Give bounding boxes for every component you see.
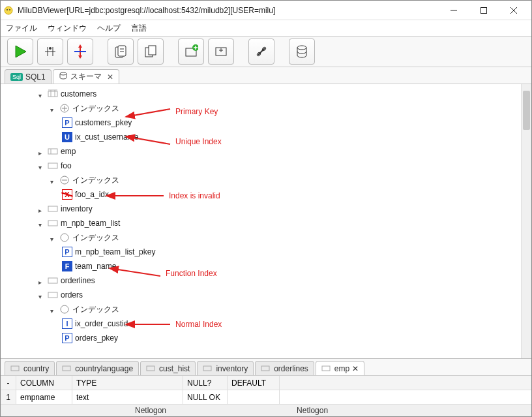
grid-header-null[interactable]: NULL?: [183, 376, 228, 390]
index-group-icon: [59, 175, 70, 185]
expander-icon[interactable]: [50, 306, 57, 313]
grid-header-default[interactable]: DEFAULT: [228, 376, 280, 390]
expander-icon[interactable]: [38, 148, 45, 155]
tree-label: m_npb_team_list_pkey: [75, 247, 155, 256]
menubar: ファイル ウィンドウ ヘルプ 言語: [1, 20, 531, 36]
new-tab-button[interactable]: [178, 39, 204, 65]
copy-sql-button[interactable]: [108, 39, 134, 65]
tree-label: customers_pkey: [75, 118, 132, 127]
tree-node-m-npb-indexes[interactable]: インデックス: [50, 230, 531, 245]
svg-rect-59: [203, 366, 211, 371]
invalid-index-icon: X: [62, 189, 72, 200]
expander-icon[interactable]: [38, 292, 45, 298]
tree-label: customers: [61, 89, 96, 99]
grid-header-column[interactable]: COLUMN: [16, 376, 72, 390]
btab-orderlines[interactable]: orderlines: [255, 361, 314, 375]
btab-country[interactable]: country: [5, 361, 55, 375]
normal-index-icon: I: [62, 318, 72, 329]
tab-schema-label: スキーマ: [70, 71, 102, 82]
grid-header-type[interactable]: TYPE: [72, 376, 183, 390]
tree-label: インデックス: [72, 175, 119, 186]
table-icon: [321, 364, 332, 373]
svg-rect-21: [149, 46, 156, 55]
btab-emp[interactable]: emp✕: [316, 361, 364, 375]
tree-node-customers-indexes[interactable]: インデックス: [50, 101, 531, 116]
expander-icon[interactable]: [50, 234, 57, 241]
tree-label: インデックス: [72, 103, 119, 114]
tree-node-customers-pkey[interactable]: P customers_pkey: [62, 116, 531, 130]
svg-marker-15: [78, 55, 82, 59]
menu-file[interactable]: ファイル: [6, 23, 37, 34]
btab-cust-hist[interactable]: cust_hist: [140, 361, 196, 375]
app-icon: [3, 5, 14, 16]
tree-label: foo_a_idx: [75, 190, 109, 199]
schema-tree[interactable]: customers インデックス P customers_pkey U ix_c…: [1, 84, 531, 358]
minimize-button[interactable]: [439, 1, 469, 20]
grid-corner: -: [1, 376, 16, 390]
tree-node-team-name[interactable]: F team_name: [62, 259, 531, 273]
grid-header-row: - COLUMN TYPE NULL? DEFAULT: [1, 376, 531, 390]
tab-schema[interactable]: スキーマ ✕: [53, 69, 119, 84]
close-button[interactable]: [499, 1, 529, 20]
tree-node-foo-indexes[interactable]: インデックス: [50, 173, 531, 187]
tree-node-m-npb-pkey[interactable]: P m_npb_team_list_pkey: [62, 245, 531, 259]
expander-icon[interactable]: [38, 162, 45, 169]
connect-button[interactable]: [248, 39, 274, 65]
tree-node-foo[interactable]: foo: [38, 159, 531, 173]
expander-icon[interactable]: [50, 177, 57, 183]
svg-rect-60: [261, 366, 269, 371]
expander-icon[interactable]: [38, 220, 45, 226]
grid-row[interactable]: 1 empname text NULL OK: [1, 390, 531, 405]
svg-point-50: [61, 305, 68, 313]
window-titlebar: MiluDBViewer[URL=jdbc:postgresql://local…: [1, 1, 531, 20]
tree-node-customers[interactable]: customers: [38, 87, 531, 101]
unique-index-icon: U: [62, 132, 72, 142]
copy-button[interactable]: [138, 39, 164, 65]
grid-cell-column: empname: [16, 390, 72, 404]
explain-button[interactable]: [37, 39, 63, 65]
column-grid: - COLUMN TYPE NULL? DEFAULT 1 empname te…: [1, 376, 531, 405]
menu-window[interactable]: ウィンドウ: [48, 23, 87, 34]
database-button[interactable]: [289, 39, 315, 65]
tree-node-m-npb-team-list[interactable]: m_npb_team_list: [38, 216, 531, 230]
tree-node-orders-pkey[interactable]: P orders_pkey: [62, 331, 531, 345]
btab-countrylanguage[interactable]: countrylanguage: [56, 361, 139, 375]
table-icon: [146, 364, 156, 373]
tree-label: foo: [61, 161, 72, 170]
run-button[interactable]: [7, 39, 33, 65]
svg-point-2: [9, 9, 10, 10]
expander-icon[interactable]: [38, 206, 45, 212]
expander-icon[interactable]: [38, 277, 45, 284]
svg-rect-56: [11, 366, 19, 371]
menu-help[interactable]: ヘルプ: [97, 23, 121, 34]
add-pane-button[interactable]: [208, 39, 234, 65]
function-index-icon: F: [62, 261, 72, 271]
tree-node-ix-order-custid[interactable]: I ix_order_custid: [62, 317, 531, 331]
expander-icon[interactable]: [50, 105, 57, 112]
tree-node-orders[interactable]: orders: [38, 288, 531, 302]
maximize-button[interactable]: [469, 1, 499, 20]
tree-node-orders-indexes[interactable]: インデックス: [50, 302, 531, 317]
grid-rownum: 1: [1, 390, 16, 404]
close-icon[interactable]: ✕: [107, 72, 113, 82]
grid-cell-null: NULL OK: [183, 390, 228, 404]
primary-key-icon: P: [62, 117, 72, 128]
tree-node-foo-a-idx[interactable]: X foo_a_idx: [62, 187, 531, 202]
btab-inventory[interactable]: inventory: [197, 361, 254, 375]
tree-label: m_npb_team_list: [61, 219, 120, 228]
tree-node-orderlines[interactable]: orderlines: [38, 273, 531, 288]
tree-node-emp[interactable]: emp: [38, 144, 531, 159]
btab-label: countrylanguage: [75, 364, 133, 373]
tree-node-ix-cust-username[interactable]: U ix_cust_username: [62, 130, 531, 144]
tree-node-inventory[interactable]: inventory: [38, 202, 531, 216]
status-mid: Netlogon: [135, 406, 166, 415]
svg-rect-57: [63, 366, 70, 371]
svg-rect-17: [118, 46, 126, 56]
close-icon[interactable]: ✕: [352, 364, 359, 373]
expander-icon[interactable]: [38, 91, 45, 97]
tab-sql1[interactable]: Sql SQL1: [5, 69, 52, 84]
move-button[interactable]: [67, 39, 93, 65]
menu-language[interactable]: 言語: [131, 23, 147, 34]
status-right: Netlogon: [297, 406, 328, 415]
toolbar: [1, 36, 531, 67]
